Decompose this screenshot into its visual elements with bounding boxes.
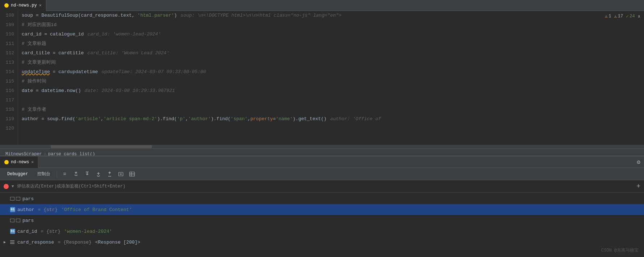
code-line-109: # 对应的面面id <box>22 20 644 30</box>
warning-area: ⚠ 1 ⚠ 17 ✓ 24 ∧ <box>601 11 644 22</box>
warning-icon-2: ⚠ <box>614 14 617 19</box>
toolbar-separator-1 <box>57 171 57 177</box>
debugger-toolbar: Debugger 控制台 ≡ <box>0 168 644 180</box>
toolbar-tab-console[interactable]: 控制台 <box>34 169 54 178</box>
breadcrumb-bar: MitnewsScraper › parse_cards_list() <box>0 148 644 156</box>
eval-bar: ▼ 评估表达式(Enter)或添加监视(Ctrl+Shift+Enter) + <box>0 180 644 193</box>
step-out-btn[interactable] <box>94 169 103 179</box>
var-type-icon-card-id: 01 <box>10 229 15 234</box>
hint-110: card_id: 'women-lead-2024' <box>88 30 161 39</box>
code-line-112: card_title = cardtitle card_title: 'Wome… <box>22 49 644 58</box>
table-view-btn[interactable] <box>127 169 137 179</box>
hint-119: author: 'Office of <box>330 114 381 124</box>
check-icon: ✓ <box>626 14 628 19</box>
code-line-116: date = datetime.now() date: 2024-03-08 1… <box>22 86 644 96</box>
debugger-tab-nd-news[interactable]: nd-news ✕ <box>0 156 38 168</box>
debugger-tab-bar: nd-news ✕ ⚙ <box>0 156 644 168</box>
warning-badge-1: ⚠ 1 <box>605 14 611 19</box>
code-text-116: date = datetime.now() <box>22 86 81 96</box>
var-label-pars-2: pars <box>22 218 34 223</box>
breadcrumb-method: parse_cards_list() <box>48 152 95 156</box>
stack-icon-card-response <box>10 240 15 245</box>
editor-tab-close-icon[interactable]: ✕ <box>39 3 42 8</box>
gear-icon[interactable]: ⚙ <box>637 159 640 166</box>
code-str-108: 'html.parser' <box>137 11 174 20</box>
frame-icon-pars <box>10 197 20 201</box>
code-line-111: # 文章标题 <box>22 39 644 49</box>
collapse-icon[interactable]: ∧ <box>638 14 640 19</box>
debugger-tab-label: nd-news <box>11 160 29 165</box>
warning-count-1: 1 <box>609 14 611 19</box>
hint-114: updateTime: 2024-03-07 09:33:00-05:00 <box>102 67 206 77</box>
code-comment-118: # 文章作者 <box>22 105 46 114</box>
run-to-cursor-btn[interactable] <box>105 169 114 179</box>
var-row-pars-2[interactable]: pars <box>0 215 644 226</box>
var-type-author: = {str} <box>38 207 58 212</box>
eval-add-btn[interactable]: + <box>636 183 640 190</box>
code-container: 108 109 110 111 112 113 114 115 116 117 … <box>0 11 644 145</box>
code-line-113: # 文章更新时间 <box>22 58 644 67</box>
var-value-author: 'Office of Brand Content' <box>61 207 132 212</box>
hint-116: date: 2024-03-08 10:29:33.967921 <box>85 86 175 96</box>
var-row-author[interactable]: 01 author = {str} 'Office of Brand Conte… <box>0 204 644 215</box>
check-badge: ✓ 24 <box>626 14 635 19</box>
var-label-pars-frame: pars <box>22 196 34 202</box>
editor-tab-nd-news[interactable]: nd-news.py ✕ <box>0 0 46 11</box>
toolbar-tab-debugger[interactable]: Debugger <box>4 170 32 178</box>
var-type-card-response: = {Response} <box>58 240 92 245</box>
code-comment-109: # 对应的面面id <box>22 20 56 30</box>
code-content: soup = BeautifulSoup(card_response.text,… <box>18 11 644 145</box>
variables-list: pars 01 author = {str} 'Office of Brand … <box>0 193 644 248</box>
editor-tab-bar: nd-news.py ✕ <box>0 0 644 11</box>
warning-count-2: 17 <box>618 14 623 19</box>
warning-icon-1: ⚠ <box>605 14 607 19</box>
hint-112: card_title: 'Women Lead 2024' <box>88 49 169 58</box>
property-kw: property <box>250 114 273 124</box>
hint-108: soup: \n<!DOCTYPE html>\n\n<html class="… <box>181 11 342 20</box>
var-name-author: author <box>17 207 34 212</box>
step-over-btn[interactable] <box>71 169 81 179</box>
code-text-119a: author = soup.find( <box>22 114 75 124</box>
svg-rect-1 <box>130 172 135 176</box>
code-line-120 <box>22 124 644 133</box>
var-name-card-id: card_id <box>17 229 37 234</box>
var-type-icon-author: 01 <box>10 207 15 212</box>
code-text-108: soup = BeautifulSoup(card_response.text, <box>22 11 137 20</box>
watermark: CSDN @东离与糖宝 <box>601 247 639 253</box>
code-line-108: soup = BeautifulSoup(card_response.text,… <box>22 11 644 20</box>
debugger-tab-close-icon[interactable]: ✕ <box>31 160 34 164</box>
var-value-card-response: <Response [200]> <box>95 240 140 245</box>
editor-tab-label: nd-news.py <box>11 3 37 8</box>
var-row-card-response[interactable]: ▶ card_response = {Response} <Response [… <box>0 237 644 248</box>
code-line-118: # 文章作者 <box>22 105 644 114</box>
code-line-117 <box>22 96 644 105</box>
var-row-pars-frame[interactable]: pars <box>0 193 644 204</box>
debugger-tabs: nd-news ✕ <box>0 156 38 168</box>
code-line-119: author = soup.find('article', 'article s… <box>22 114 644 124</box>
step-into-btn[interactable] <box>82 169 92 179</box>
breadcrumb-class: MitnewsScraper <box>5 152 42 156</box>
python-icon <box>4 3 9 8</box>
var-type-card-id: = {str} <box>41 229 61 234</box>
var-value-card-id: 'women-lead-2024' <box>64 229 112 234</box>
code-text-112: card_title = cardtitle <box>22 49 84 58</box>
eval-input[interactable]: 评估表达式(Enter)或添加监视(Ctrl+Shift+Enter) <box>17 183 634 189</box>
eval-dropdown-arrow[interactable]: ▼ <box>12 184 14 189</box>
check-count: 24 <box>630 14 635 19</box>
debugger-area: nd-news ✕ ⚙ Debugger 控制台 ≡ <box>0 156 644 257</box>
scrollbar-thumb[interactable] <box>51 145 152 148</box>
code-line-115: # 操作时间 <box>22 77 644 86</box>
horizontal-scrollbar[interactable] <box>0 145 644 148</box>
code-comment-111: # 文章标题 <box>22 39 46 49</box>
breadcrumb-separator-icon: › <box>44 152 46 156</box>
var-row-card-id[interactable]: 01 card_id = {str} 'women-lead-2024' <box>0 226 644 237</box>
code-text-114: updateTime = cardupdatetime <box>22 67 98 77</box>
editor-area: nd-news.py ✕ ⚠ 1 ⚠ 17 ✓ 24 ∧ 108 109 110… <box>0 0 644 156</box>
frames-btn[interactable]: ≡ <box>60 169 69 179</box>
line-numbers: 108 109 110 111 112 113 114 115 116 117 … <box>0 11 18 145</box>
code-comment-115: # 操作时间 <box>22 77 46 86</box>
var-name-card-response: card_response <box>17 240 54 245</box>
evaluate-expression-btn[interactable] <box>116 169 126 179</box>
warning-badge-2: ⚠ 17 <box>614 14 623 19</box>
expand-icon-card-response: ▶ <box>4 240 8 244</box>
